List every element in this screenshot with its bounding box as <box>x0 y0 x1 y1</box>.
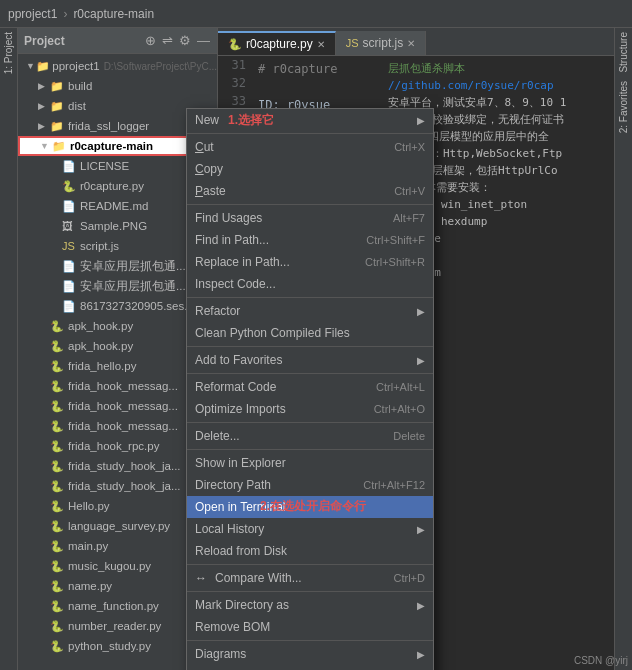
left-tab-project[interactable]: 1: Project <box>1 28 16 78</box>
menu-paste-label: Paste <box>195 184 226 198</box>
left-sidebar: 1: Project <box>0 28 18 670</box>
paste-shortcut: Ctrl+V <box>394 185 425 197</box>
cut-shortcut: Ctrl+X <box>394 141 425 153</box>
watermark: CSDN @yirj <box>574 655 628 666</box>
md-icon: 📄 <box>62 200 78 213</box>
sep-8 <box>187 564 433 565</box>
tree-item-root[interactable]: ▼ 📁 pproject1 D:\SoftwareProject\PyC... <box>18 56 217 76</box>
paste-left: Paste <box>195 184 226 198</box>
del-shortcut: Delete <box>393 430 425 442</box>
tree-label-namefn: name_function.py <box>68 600 159 612</box>
menu-del-label: Delete... <box>195 429 240 443</box>
fav-arrow: ▶ <box>417 355 425 366</box>
sep-1 <box>187 133 433 134</box>
menu-reload-disk[interactable]: Reload from Disk <box>187 540 433 562</box>
menu-diag-label: Diagrams <box>195 647 246 661</box>
menu-directory-path[interactable]: Directory Path Ctrl+Alt+F12 <box>187 474 433 496</box>
tree-label-fm3: frida_hook_messag... <box>68 420 178 432</box>
project-name: pproject1 <box>8 7 57 21</box>
tree-label-frida-ssl: frida_ssl_logger <box>68 120 149 132</box>
tree-label-dist: dist <box>68 100 86 112</box>
arrow-dist: ▶ <box>38 101 50 111</box>
menu-new[interactable]: New ▶ <box>187 109 433 131</box>
menu-dp-label: Directory Path <box>195 478 271 492</box>
menu-reformat[interactable]: Reformat Code Ctrl+Alt+L <box>187 376 433 398</box>
right-tab-structure[interactable]: Structure <box>616 28 631 77</box>
js-icon-script: JS <box>62 240 78 252</box>
lh-arrow: ▶ <box>417 524 425 535</box>
tab-close-script[interactable]: ✕ <box>407 38 415 49</box>
right-tab-favorites[interactable]: 2: Favorites <box>616 77 631 137</box>
tree-label-fm2: frida_hook_messag... <box>68 400 178 412</box>
py-icon-apk1: 🐍 <box>50 320 66 333</box>
tree-label-apk2: apk_hook.py <box>68 340 133 352</box>
arrow-build: ▶ <box>38 81 50 91</box>
menu-clean-compiled[interactable]: Clean Python Compiled Files <box>187 322 433 344</box>
tab-script[interactable]: JS script.js ✕ <box>336 31 427 55</box>
menu-paste[interactable]: Paste Ctrl+V <box>187 180 433 202</box>
menu-show-explorer[interactable]: Show in Explorer <box>187 452 433 474</box>
sep-3 <box>187 297 433 298</box>
menu-fp-label: Find in Path... <box>195 233 269 247</box>
sync-icon[interactable]: ⇌ <box>161 32 174 49</box>
rf-left: Reformat Code <box>195 380 276 394</box>
menu-inspect[interactable]: Inspect Code... <box>187 273 433 295</box>
oi-left: Optimize Imports <box>195 402 286 416</box>
menu-bom-label: Remove BOM <box>195 620 270 634</box>
menu-replace-path[interactable]: Replace in Path... Ctrl+Shift+R <box>187 251 433 273</box>
menu-remove-bom[interactable]: Remove BOM <box>187 616 433 638</box>
add-icon[interactable]: ⊕ <box>144 32 157 49</box>
title-bar: pproject1 › r0capture-main <box>0 0 632 28</box>
menu-copy-label: Copy <box>195 162 223 176</box>
menu-diagrams[interactable]: Diagrams ▶ <box>187 643 433 665</box>
sep-7 <box>187 449 433 450</box>
menu-copy[interactable]: Copy <box>187 158 433 180</box>
menu-cut[interactable]: Cut Ctrl+X <box>187 136 433 158</box>
py-icon-pystudy: 🐍 <box>50 640 66 653</box>
menu-local-history[interactable]: Local History ▶ <box>187 518 433 540</box>
menu-optimize[interactable]: Optimize Imports Ctrl+Alt+O <box>187 398 433 420</box>
menu-compare[interactable]: ↔ Compare With... Ctrl+D <box>187 567 433 589</box>
tree-label-music: music_kugou.py <box>68 560 151 572</box>
panel-header: Project ⊕ ⇌ ⚙ — <box>18 28 217 54</box>
folder-icon-frida-ssl: 📁 <box>50 120 66 133</box>
cw-shortcut: Ctrl+D <box>394 572 425 584</box>
menu-find-path[interactable]: Find in Path... Ctrl+Shift+F <box>187 229 433 251</box>
menu-delete[interactable]: Delete... Delete <box>187 425 433 447</box>
tree-label-number: number_reader.py <box>68 620 161 632</box>
menu-create-gist[interactable]: Create Gist... <box>187 665 433 670</box>
tab-r0capture[interactable]: 🐍 r0capture.py ✕ <box>218 31 336 55</box>
py-icon-r0: 🐍 <box>62 180 78 193</box>
py-icon-lang: 🐍 <box>50 520 66 533</box>
menu-lh-label: Local History <box>195 522 264 536</box>
tab-label-r0: r0capture.py <box>246 37 313 51</box>
png-icon: 🖼 <box>62 220 78 232</box>
py-icon-number: 🐍 <box>50 620 66 633</box>
menu-new-label: New <box>195 113 219 127</box>
arrow-frida-ssl: ▶ <box>38 121 50 131</box>
menu-clean-label: Clean Python Compiled Files <box>195 326 350 340</box>
tree-label-study2: frida_study_hook_ja... <box>68 480 181 492</box>
menu-terminal-label: Open in Terminal <box>195 500 286 514</box>
tree-label-r0capture: r0capture-main <box>70 140 153 152</box>
menu-refactor[interactable]: Refactor ▶ <box>187 300 433 322</box>
sep-5 <box>187 373 433 374</box>
tab-close-r0[interactable]: ✕ <box>317 39 325 50</box>
settings-icon[interactable]: ⚙ <box>178 32 192 49</box>
menu-open-terminal[interactable]: Open in Terminal <box>187 496 433 518</box>
menu-add-favorites[interactable]: Add to Favorites ▶ <box>187 349 433 371</box>
tree-label-build: build <box>68 80 92 92</box>
menu-rp-label: Replace in Path... <box>195 255 290 269</box>
folder-icon: 📁 <box>36 60 50 73</box>
tree-item-build[interactable]: ▶ 📁 build <box>18 76 217 96</box>
file-icon-android1: 📄 <box>62 260 78 273</box>
fu-shortcut: Alt+F7 <box>393 212 425 224</box>
tab-icon-script: JS <box>346 37 359 49</box>
minimize-icon[interactable]: — <box>196 32 211 49</box>
refactor-arrow: ▶ <box>417 306 425 317</box>
menu-fav-label: Add to Favorites <box>195 353 282 367</box>
menu-find-usages[interactable]: Find Usages Alt+F7 <box>187 207 433 229</box>
menu-mark-dir[interactable]: Mark Directory as ▶ <box>187 594 433 616</box>
oi-shortcut: Ctrl+Alt+O <box>374 403 425 415</box>
sep-4 <box>187 346 433 347</box>
